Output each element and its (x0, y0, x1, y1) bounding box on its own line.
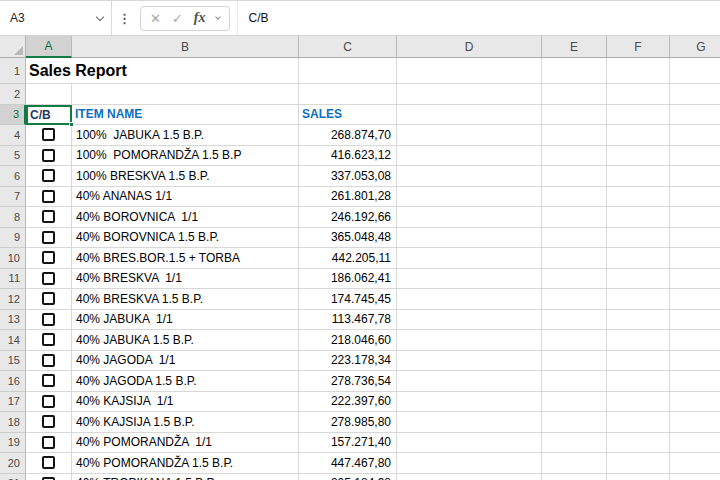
cell-G1[interactable] (670, 58, 720, 84)
row-header-13[interactable]: 13 (0, 310, 26, 331)
row-header-11[interactable]: 11 (0, 269, 26, 290)
cell-F10[interactable] (607, 248, 670, 269)
cell-G18[interactable] (670, 412, 720, 433)
cell-A8[interactable] (26, 207, 72, 228)
row-header-3[interactable]: 3 (0, 105, 26, 126)
cell-E20[interactable] (542, 453, 607, 474)
cell-G10[interactable] (670, 248, 720, 269)
fill-handle[interactable] (69, 122, 74, 127)
cell-A4[interactable] (26, 125, 72, 146)
cell-F21[interactable] (607, 474, 670, 480)
checkbox-row-4[interactable] (42, 128, 55, 141)
cell-E13[interactable] (542, 310, 607, 331)
checkbox-row-20[interactable] (42, 456, 55, 469)
cell-B13-item-name[interactable]: 40% JABUKA 1/1 (72, 310, 299, 331)
row-header-9[interactable]: 9 (0, 228, 26, 249)
cell-B3-item-name-header[interactable]: ITEM NAME (72, 105, 299, 126)
cell-F17[interactable] (607, 392, 670, 413)
row-header-2[interactable]: 2 (0, 84, 26, 105)
cell-G3[interactable] (670, 105, 720, 126)
column-header-C[interactable]: C (299, 36, 397, 58)
name-box[interactable]: A3 (0, 1, 112, 35)
cell-C9-sales-value[interactable]: 365.048,48 (299, 228, 397, 249)
cell-F11[interactable] (607, 269, 670, 290)
cell-A17[interactable] (26, 392, 72, 413)
cell-A20[interactable] (26, 453, 72, 474)
cell-B9-item-name[interactable]: 40% BOROVNICA 1.5 B.P. (72, 228, 299, 249)
cell-A6[interactable] (26, 166, 72, 187)
cell-B21-item-name[interactable]: 40% TROPIKANA 1.5 B.P. (72, 474, 299, 480)
cell-G5[interactable] (670, 146, 720, 167)
cell-E2[interactable] (542, 84, 607, 105)
row-header-19[interactable]: 19 (0, 433, 26, 454)
cell-B11-item-name[interactable]: 40% BRESKVA 1/1 (72, 269, 299, 290)
cell-D4[interactable] (397, 125, 542, 146)
cell-F12[interactable] (607, 289, 670, 310)
checkbox-row-12[interactable] (42, 292, 55, 305)
cancel-icon[interactable]: ✕ (150, 12, 161, 25)
column-header-E[interactable]: E (542, 36, 607, 58)
cell-D13[interactable] (397, 310, 542, 331)
cell-B15-item-name[interactable]: 40% JAGODA 1/1 (72, 351, 299, 372)
cell-C10-sales-value[interactable]: 442.205,11 (299, 248, 397, 269)
cell-E3[interactable] (542, 105, 607, 126)
checkbox-row-7[interactable] (42, 190, 55, 203)
cell-C14-sales-value[interactable]: 218.046,60 (299, 330, 397, 351)
row-header-7[interactable]: 7 (0, 187, 26, 208)
cell-D18[interactable] (397, 412, 542, 433)
cell-B2[interactable] (72, 84, 299, 105)
cell-A16[interactable] (26, 371, 72, 392)
cell-B6-item-name[interactable]: 100% BRESKVA 1.5 B.P. (72, 166, 299, 187)
cell-B17-item-name[interactable]: 40% KAJSIJA 1/1 (72, 392, 299, 413)
cell-A21[interactable] (26, 474, 72, 480)
cell-E11[interactable] (542, 269, 607, 290)
row-header-12[interactable]: 12 (0, 289, 26, 310)
row-header-5[interactable]: 5 (0, 146, 26, 167)
cell-E15[interactable] (542, 351, 607, 372)
column-header-B[interactable]: B (72, 36, 299, 58)
column-header-F[interactable]: F (607, 36, 670, 58)
cell-B16-item-name[interactable]: 40% JAGODA 1.5 B.P. (72, 371, 299, 392)
cell-A15[interactable] (26, 351, 72, 372)
cell-E16[interactable] (542, 371, 607, 392)
row-header-6[interactable]: 6 (0, 166, 26, 187)
cell-C13-sales-value[interactable]: 113.467,78 (299, 310, 397, 331)
cell-C21-sales-value[interactable]: 205.184,98 (299, 474, 397, 480)
cell-G14[interactable] (670, 330, 720, 351)
cell-F5[interactable] (607, 146, 670, 167)
checkbox-row-5[interactable] (42, 149, 55, 162)
cell-A7[interactable] (26, 187, 72, 208)
select-all-corner[interactable] (0, 36, 26, 58)
cell-C18-sales-value[interactable]: 278.985,80 (299, 412, 397, 433)
row-header-16[interactable]: 16 (0, 371, 26, 392)
cell-D17[interactable] (397, 392, 542, 413)
row-header-21[interactable]: 21 (0, 474, 26, 480)
cell-F6[interactable] (607, 166, 670, 187)
cell-B12-item-name[interactable]: 40% BRESKVA 1.5 B.P. (72, 289, 299, 310)
cell-C16-sales-value[interactable]: 278.736,54 (299, 371, 397, 392)
row-header-20[interactable]: 20 (0, 453, 26, 474)
cell-G2[interactable] (670, 84, 720, 105)
cell-F16[interactable] (607, 371, 670, 392)
cell-B10-item-name[interactable]: 40% BRES.BOR.1.5 + TORBA (72, 248, 299, 269)
row-header-8[interactable]: 8 (0, 207, 26, 228)
checkbox-row-6[interactable] (42, 169, 55, 182)
cell-A9[interactable] (26, 228, 72, 249)
cell-E10[interactable] (542, 248, 607, 269)
cell-E5[interactable] (542, 146, 607, 167)
cell-D8[interactable] (397, 207, 542, 228)
cell-A11[interactable] (26, 269, 72, 290)
cell-B4-item-name[interactable]: 100% JABUKA 1.5 B.P. (72, 125, 299, 146)
cell-D14[interactable] (397, 330, 542, 351)
cell-C11-sales-value[interactable]: 186.062,41 (299, 269, 397, 290)
cell-D1[interactable] (397, 58, 542, 84)
cell-F15[interactable] (607, 351, 670, 372)
row-header-4[interactable]: 4 (0, 125, 26, 146)
checkbox-row-8[interactable] (42, 210, 55, 223)
cell-E17[interactable] (542, 392, 607, 413)
cell-G6[interactable] (670, 166, 720, 187)
formula-input[interactable]: C/B (237, 1, 720, 35)
cell-C1[interactable] (299, 58, 397, 84)
cell-D10[interactable] (397, 248, 542, 269)
cell-A10[interactable] (26, 248, 72, 269)
